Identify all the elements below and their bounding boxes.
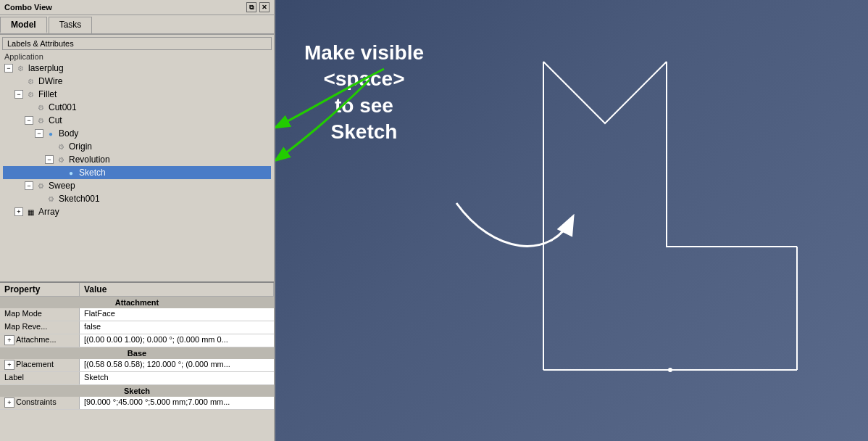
expand-body[interactable]: − <box>35 129 43 138</box>
prop-header-property: Property <box>0 283 80 296</box>
tree-item-laserplug[interactable]: − ⚙ laserplug <box>3 62 271 75</box>
tree-item-fillet[interactable]: − ⚙ Fillet <box>3 88 271 101</box>
icon-cut001: ⚙ <box>35 102 46 113</box>
expand-placement[interactable]: + <box>4 360 14 370</box>
tree-item-array[interactable]: + ▦ Array <box>3 205 271 218</box>
group-attachment: Attachment <box>0 297 274 308</box>
tree-item-cut[interactable]: − ⚙ Cut <box>3 114 271 127</box>
right-canvas: Make visible<space>to seeSketch <box>275 0 868 441</box>
close-button[interactable]: ✕ <box>259 2 270 12</box>
label-sweep: Sweep <box>49 181 75 191</box>
prop-val-placement: [(0.58 0.58 0.58); 120.000 °; (0.000 mm.… <box>80 359 274 371</box>
prop-row-label[interactable]: Label Sketch <box>0 372 274 385</box>
tree-item-sketch[interactable]: ● Sketch <box>3 166 271 179</box>
icon-cut: ⚙ <box>35 115 46 126</box>
expand-fillet[interactable]: − <box>14 90 23 99</box>
prop-row-constraints[interactable]: +Constraints [90.000 °;45.000 °;5.000 mm… <box>0 397 274 410</box>
restore-button[interactable]: ⧉ <box>246 2 256 12</box>
tab-tasks[interactable]: Tasks <box>49 17 93 33</box>
icon-fillet: ⚙ <box>25 88 36 100</box>
prop-val-attachme: [(0.00 0.00 1.00); 0.000 °; (0.000 mm 0.… <box>80 334 274 347</box>
tab-model[interactable]: Model <box>0 17 47 33</box>
label-fillet: Fillet <box>38 89 57 99</box>
window-title: Combo View <box>4 3 52 12</box>
expand-cut[interactable]: − <box>25 116 33 125</box>
label-dwire: DWire <box>38 76 62 86</box>
tree-item-sweep[interactable]: − ⚙ Sweep <box>3 179 271 192</box>
svg-point-0 <box>668 368 672 372</box>
prop-val-constraints: [90.000 °;45.000 °;5.000 mm;7.000 mm... <box>80 397 274 409</box>
tree-section-label: Application <box>3 51 271 62</box>
title-bar: Combo View ⧉ ✕ <box>0 0 274 15</box>
prop-label-attachme: +Attachme... <box>0 334 80 347</box>
property-panel: Property Value Attachment Map Mode FlatF… <box>0 281 274 441</box>
group-sketch: Sketch <box>0 385 274 397</box>
prop-label-placement: +Placement <box>0 359 80 371</box>
expand-attachme[interactable]: + <box>4 335 14 345</box>
label-sketch: Sketch <box>79 168 106 178</box>
label-cut: Cut <box>49 115 62 125</box>
icon-body: ● <box>45 128 57 139</box>
group-base: Base <box>0 347 274 359</box>
tree-view[interactable]: Application − ⚙ laserplug ⚙ DWire − ⚙ Fi… <box>0 50 274 281</box>
prop-row-attachme[interactable]: +Attachme... [(0.00 0.00 1.00); 0.000 °;… <box>0 334 274 347</box>
left-panel: Combo View ⧉ ✕ Model Tasks Labels & Attr… <box>0 0 275 441</box>
prop-row-placement[interactable]: +Placement [(0.58 0.58 0.58); 120.000 °;… <box>0 359 274 372</box>
expand-constraints[interactable]: + <box>4 397 14 408</box>
prop-label-label: Label <box>0 372 80 384</box>
labels-section-label: Labels & Attributes <box>7 39 74 48</box>
tree-item-dwire[interactable]: ⚙ DWire <box>3 75 271 88</box>
label-origin: Origin <box>69 141 92 152</box>
prop-val-label: Sketch <box>80 372 274 384</box>
expand-sweep[interactable]: − <box>25 181 33 190</box>
sketch-svg <box>275 0 868 441</box>
prop-label-constraints: +Constraints <box>0 397 80 409</box>
icon-sketch: ● <box>65 167 77 178</box>
icon-array: ▦ <box>25 206 36 218</box>
prop-row-mapreve[interactable]: Map Reve... false <box>0 321 274 334</box>
prop-label-mapmode: Map Mode <box>0 308 80 321</box>
icon-sweep: ⚙ <box>35 180 46 191</box>
prop-row-mapmode[interactable]: Map Mode FlatFace <box>0 308 274 321</box>
prop-header-value: Value <box>80 283 274 296</box>
tree-item-revolution[interactable]: − ⚙ Revolution <box>3 153 271 166</box>
expand-laserplug[interactable]: − <box>4 64 13 73</box>
title-bar-controls: ⧉ ✕ <box>246 2 270 12</box>
prop-val-mapreve: false <box>80 321 274 334</box>
icon-dwire: ⚙ <box>25 75 36 87</box>
tree-item-cut001[interactable]: ⚙ Cut001 <box>3 101 271 114</box>
label-laserplug: laserplug <box>28 63 64 73</box>
prop-val-mapmode: FlatFace <box>80 308 274 321</box>
label-body: Body <box>59 128 78 139</box>
icon-laserplug: ⚙ <box>14 62 26 74</box>
tree-item-sketch001[interactable]: ⚙ Sketch001 <box>3 192 271 205</box>
tree-item-body[interactable]: − ● Body <box>3 127 271 140</box>
expand-revolution[interactable]: − <box>45 155 54 164</box>
tree-item-origin[interactable]: ⚙ Origin <box>3 140 271 153</box>
label-revolution: Revolution <box>69 154 110 165</box>
icon-origin: ⚙ <box>55 141 67 152</box>
expand-array[interactable]: + <box>14 207 23 216</box>
label-sketch001: Sketch001 <box>59 194 100 204</box>
label-cut001: Cut001 <box>49 102 77 112</box>
prop-header-row: Property Value <box>0 283 274 297</box>
tab-bar: Model Tasks <box>0 15 274 35</box>
labels-section: Labels & Attributes <box>2 37 272 50</box>
label-array: Array <box>38 207 59 217</box>
prop-label-mapreve: Map Reve... <box>0 321 80 334</box>
icon-revolution: ⚙ <box>55 154 67 165</box>
icon-sketch001: ⚙ <box>45 193 57 205</box>
